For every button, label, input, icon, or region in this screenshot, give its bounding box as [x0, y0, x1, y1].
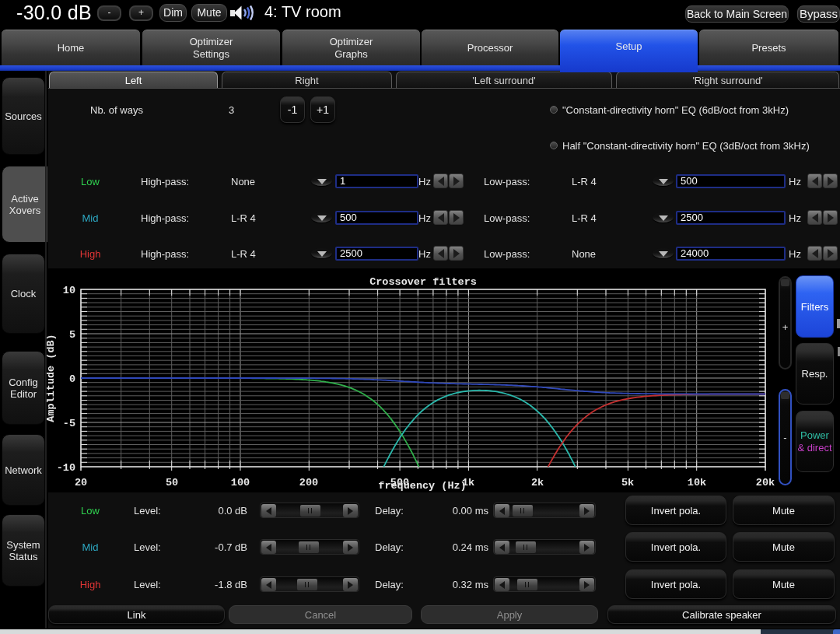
svg-text:5k: 5k — [621, 477, 634, 489]
svg-text:20k: 20k — [756, 477, 775, 489]
svg-text:100: 100 — [231, 477, 250, 489]
svg-text:-5: -5 — [63, 418, 75, 429]
svg-text:Crossover filters: Crossover filters — [369, 276, 477, 288]
svg-text:10k: 10k — [688, 477, 706, 489]
svg-text:20: 20 — [75, 477, 87, 489]
svg-text:10: 10 — [63, 285, 75, 296]
svg-text:5: 5 — [69, 329, 75, 341]
svg-text:-10: -10 — [57, 462, 75, 474]
svg-text:Amplitude (dB): Amplitude (dB) — [45, 334, 57, 422]
svg-text:200: 200 — [299, 477, 318, 489]
svg-text:2k: 2k — [531, 477, 544, 489]
svg-text:frequency (Hz): frequency (Hz) — [378, 480, 466, 492]
svg-text:0: 0 — [69, 373, 75, 385]
svg-text:50: 50 — [166, 477, 178, 489]
